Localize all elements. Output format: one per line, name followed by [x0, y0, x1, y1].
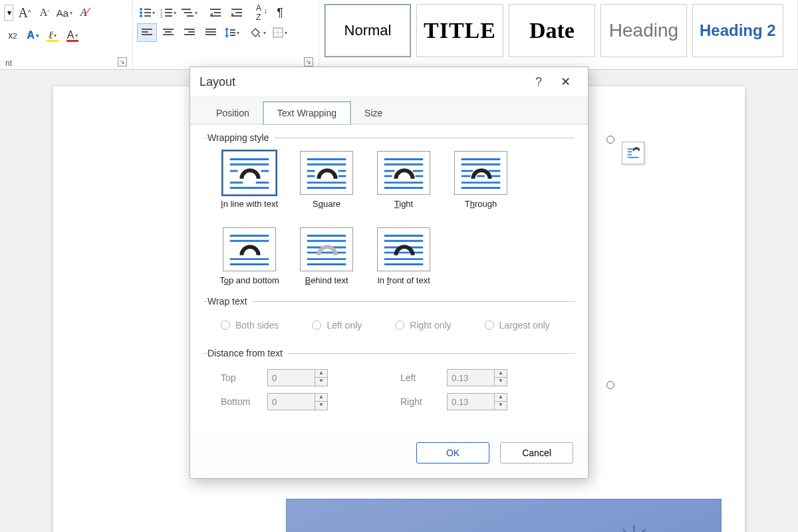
left-spinner: ▲▼: [447, 369, 520, 386]
snowman-image[interactable]: [286, 499, 722, 532]
tab-size[interactable]: Size: [350, 102, 396, 124]
svg-rect-21: [235, 12, 242, 13]
bullets-button[interactable]: ▾: [137, 3, 157, 22]
numbering-button[interactable]: 123▾: [158, 3, 178, 22]
svg-rect-34: [205, 34, 216, 35]
wrap-option-inline[interactable]: In line with text: [221, 151, 278, 209]
layout-options-button[interactable]: [622, 142, 644, 164]
selection-handle[interactable]: [606, 136, 614, 144]
help-button[interactable]: ?: [525, 75, 552, 89]
svg-marker-36: [225, 35, 229, 38]
radio-left-only: Left only: [312, 320, 362, 331]
wrap-option-behind[interactable]: Behind text: [298, 227, 355, 285]
clear-formatting-button[interactable]: A⁄: [76, 4, 93, 21]
style-title[interactable]: TITLE: [416, 4, 503, 57]
svg-rect-38: [230, 32, 235, 33]
style-date[interactable]: Date: [509, 4, 595, 57]
font-color-button[interactable]: A▾: [64, 27, 81, 44]
justify-button[interactable]: [201, 23, 221, 42]
sort-button[interactable]: AZ↓: [249, 3, 269, 22]
wrap-icon-inline: [223, 151, 276, 195]
wrap-option-infront[interactable]: In front of text: [375, 227, 432, 285]
multilevel-list-button[interactable]: ▾: [180, 3, 200, 22]
svg-rect-15: [210, 9, 221, 10]
wrap-icon-infront: [377, 227, 430, 271]
svg-rect-33: [205, 31, 216, 33]
right-down: ▼: [495, 402, 507, 410]
svg-rect-11: [165, 15, 172, 17]
close-button[interactable]: ✕: [552, 74, 579, 89]
superscript-button[interactable]: x2: [4, 27, 21, 44]
left-input: [447, 369, 495, 386]
top-input: [267, 369, 315, 386]
align-center-button[interactable]: [158, 23, 178, 42]
font-group: ▾ A^ Aˇ Aa▾ A⁄ x2 A▾ ℓ▾ A▾ nt ↘: [0, 0, 133, 69]
layout-dialog: Layout ? ✕ PositionText WrappingSize Wra…: [190, 66, 589, 479]
svg-rect-24: [142, 31, 148, 33]
wrap-option-topbottom[interactable]: Top and bottom: [221, 227, 278, 285]
svg-rect-7: [165, 9, 172, 10]
top-up: ▲: [315, 370, 327, 378]
shading-button[interactable]: ▾: [249, 23, 269, 42]
increase-indent-button[interactable]: [227, 3, 247, 22]
font-dialog-launcher[interactable]: ↘: [118, 57, 127, 66]
svg-rect-68: [628, 157, 639, 158]
paragraph-dialog-launcher[interactable]: ↘: [304, 57, 313, 66]
tab-position[interactable]: Position: [202, 102, 263, 124]
bottom-up: ▲: [315, 394, 327, 402]
highlight-button[interactable]: ℓ▾: [44, 27, 61, 44]
wrapping-style-group: Wrapping style In line with textSquareTi…: [203, 132, 575, 289]
right-up: ▲: [495, 394, 507, 402]
svg-rect-28: [163, 34, 174, 35]
svg-rect-27: [165, 31, 172, 33]
radio-both-sides: Both sides: [221, 320, 279, 331]
svg-point-2: [140, 11, 142, 14]
align-left-button[interactable]: [137, 23, 157, 42]
selection-handle[interactable]: [606, 381, 614, 389]
right-spinner: ▲▼: [447, 393, 520, 410]
svg-rect-37: [230, 29, 235, 31]
paragraph-group: ▾ 123▾ ▾ AZ↓ ¶ ▾ ▾ ▾ ↘: [133, 0, 319, 69]
text-effects-button[interactable]: A▾: [24, 27, 41, 44]
style-normal[interactable]: Normal: [325, 4, 411, 57]
style-heading-2[interactable]: Heading 2: [692, 4, 783, 57]
svg-rect-9: [165, 12, 172, 13]
wrap-option-square[interactable]: Square: [298, 151, 355, 209]
svg-rect-14: [187, 15, 194, 17]
radio-right-only: Right only: [395, 320, 451, 331]
ok-button[interactable]: OK: [416, 442, 489, 464]
line-spacing-button[interactable]: ▾: [222, 23, 242, 42]
svg-rect-18: [210, 15, 221, 17]
decrease-indent-button[interactable]: [206, 3, 226, 22]
svg-rect-32: [205, 29, 216, 30]
left-up: ▲: [495, 370, 507, 378]
svg-rect-26: [163, 29, 174, 30]
cancel-button[interactable]: Cancel: [500, 442, 573, 464]
style-heading[interactable]: Heading: [600, 4, 687, 57]
wrap-option-through[interactable]: Through: [452, 151, 509, 209]
radio-icon: [395, 321, 404, 330]
radio-icon: [312, 321, 321, 330]
show-marks-button[interactable]: ¶: [270, 3, 290, 22]
right-input: [447, 393, 495, 410]
shrink-font-button[interactable]: Aˇ: [36, 4, 53, 21]
left-down: ▼: [495, 378, 507, 386]
align-right-button[interactable]: [180, 23, 200, 42]
wrap-icon-tight: [377, 151, 430, 195]
borders-button[interactable]: ▾: [270, 23, 290, 42]
top-down: ▼: [315, 378, 327, 386]
svg-marker-35: [225, 27, 229, 30]
grow-font-button[interactable]: A^: [16, 4, 33, 21]
font-name-dropdown[interactable]: ▾: [4, 5, 13, 21]
bottom-input: [267, 393, 315, 410]
svg-rect-29: [184, 29, 195, 30]
tab-textwrapping[interactable]: Text Wrapping: [263, 102, 350, 124]
radio-icon: [221, 321, 230, 330]
svg-rect-3: [144, 12, 151, 13]
svg-rect-1: [144, 9, 151, 10]
change-case-button[interactable]: Aa▾: [56, 4, 73, 21]
top-spinner: ▲▼: [267, 369, 340, 386]
svg-rect-5: [144, 15, 151, 17]
svg-rect-12: [182, 9, 191, 10]
wrap-option-tight[interactable]: Tight: [375, 151, 432, 209]
